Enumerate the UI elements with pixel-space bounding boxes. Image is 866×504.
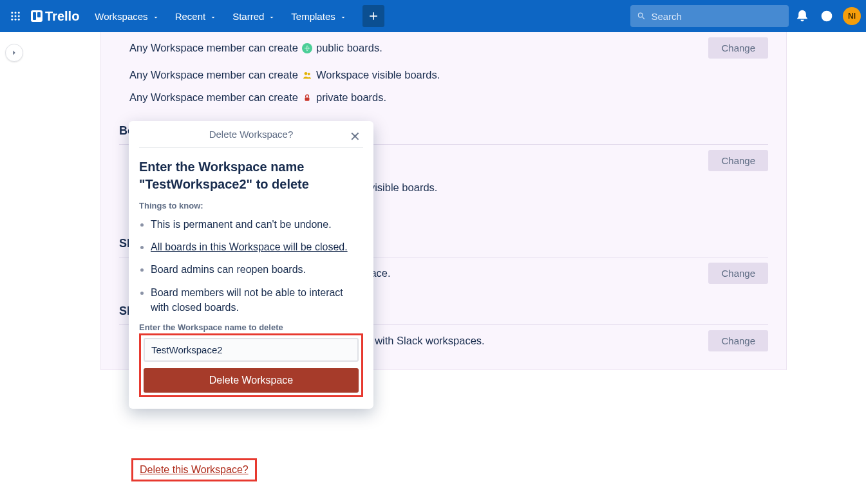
popup-bullet: All boards in this Workspace will be clo…	[151, 239, 363, 254]
svg-rect-14	[305, 97, 309, 100]
change-button[interactable]: Change	[708, 150, 768, 171]
members-icon	[302, 70, 312, 80]
popup-bullet: Board admins can reopen boards.	[151, 262, 363, 277]
delete-workspace-button[interactable]: Delete Workspace	[144, 368, 359, 393]
chevron-down-icon	[339, 12, 347, 20]
delete-workspace-popup: Delete Workspace? ✕ Enter the Workspace …	[129, 121, 373, 409]
row-text-post: Workspace visible boards.	[316, 69, 440, 81]
svg-point-5	[18, 15, 20, 17]
row-text-post: private boards.	[316, 91, 386, 104]
row-text-post: public boards.	[316, 42, 382, 54]
svg-point-7	[15, 19, 17, 21]
avatar[interactable]: NI	[843, 7, 861, 25]
svg-point-13	[308, 73, 310, 75]
svg-point-0	[11, 12, 13, 14]
trello-board-icon	[31, 10, 42, 22]
apps-switcher-icon[interactable]	[5, 6, 26, 26]
row-text-pre: Any Workspace member can create	[129, 42, 298, 54]
search-box[interactable]	[630, 5, 789, 27]
change-button[interactable]: Change	[708, 37, 768, 59]
popup-heading: Enter the Workspace name "TestWorkspace2…	[139, 158, 363, 193]
popup-bullet-list: This is permanent and can't be undone. A…	[139, 210, 363, 315]
search-icon	[637, 11, 646, 21]
delete-workspace-link-highlight: Delete this Workspace?	[131, 458, 257, 481]
svg-point-6	[11, 19, 13, 21]
setting-row-private: Any Workspace member can create private …	[101, 86, 786, 109]
create-button[interactable]	[362, 5, 384, 27]
svg-point-12	[305, 72, 308, 75]
nav-templates[interactable]: Templates	[283, 7, 354, 26]
nav-starred-label: Starred	[232, 11, 264, 22]
lock-icon	[302, 93, 312, 103]
svg-point-1	[15, 12, 17, 14]
change-button[interactable]: Change	[708, 263, 768, 284]
popup-bullet: Board members will not be able to intera…	[151, 285, 363, 315]
svg-point-10	[827, 19, 827, 19]
notifications-icon[interactable]	[791, 5, 813, 27]
svg-point-2	[18, 12, 20, 14]
avatar-initials: NI	[848, 12, 856, 21]
nav-recent[interactable]: Recent	[167, 7, 225, 26]
workspace-name-input[interactable]	[144, 338, 359, 362]
delete-workspace-link[interactable]: Delete this Workspace?	[140, 464, 249, 475]
nav-starred[interactable]: Starred	[225, 7, 283, 26]
top-navbar: Trello Workspaces Recent Starred Templat…	[0, 0, 866, 32]
globe-icon	[302, 43, 312, 53]
svg-point-3	[11, 15, 13, 17]
svg-point-8	[18, 19, 20, 21]
popup-input-label: Enter the Workspace name to delete	[139, 322, 363, 332]
help-icon[interactable]	[816, 5, 838, 27]
chevron-down-icon	[268, 12, 276, 20]
row-text-pre: Any Workspace member can create	[129, 69, 298, 81]
trello-logo[interactable]: Trello	[31, 9, 79, 24]
popup-title: Delete Workspace?	[209, 129, 294, 140]
chevron-down-icon	[209, 12, 217, 20]
nav-recent-label: Recent	[175, 11, 206, 22]
setting-row-public: Any Workspace member can create public b…	[101, 32, 786, 64]
nav-templates-label: Templates	[291, 11, 335, 22]
search-input[interactable]	[651, 11, 782, 22]
nav-workspaces-label: Workspaces	[95, 11, 147, 22]
nav-workspaces[interactable]: Workspaces	[87, 7, 167, 26]
logo-text: Trello	[45, 9, 79, 24]
sidebar-expand-button[interactable]	[5, 44, 23, 62]
setting-row-workspace-visible: Any Workspace member can create Workspac…	[101, 64, 786, 86]
chevron-down-icon	[152, 12, 160, 20]
svg-point-4	[15, 15, 17, 17]
row-text-pre: Any Workspace member can create	[129, 91, 298, 104]
popup-bullet: This is permanent and can't be undone.	[151, 217, 363, 232]
close-icon[interactable]: ✕	[347, 127, 363, 145]
popup-things-label: Things to know:	[139, 201, 363, 210]
change-button[interactable]: Change	[708, 330, 768, 351]
popup-action-highlight: Delete Workspace	[139, 333, 363, 397]
